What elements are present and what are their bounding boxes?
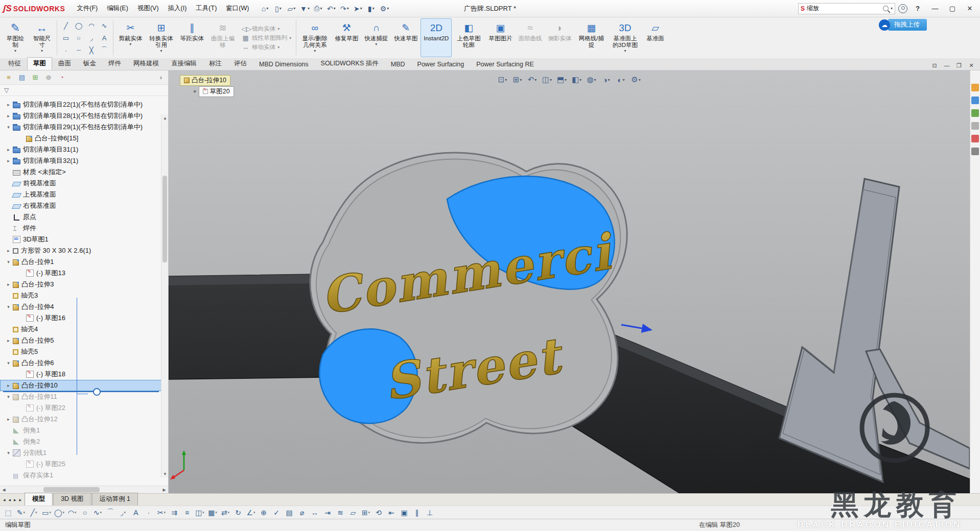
dimension-icon[interactable]: ∠ ▾	[245, 507, 257, 518]
tree-item[interactable]: 凸台-拉伸5	[0, 335, 168, 346]
close-button[interactable]: ✕	[963, 2, 977, 15]
ribbon-button[interactable]: ⊞ 转换实体引用 ▾	[146, 18, 176, 57]
display-manager-tab[interactable]: ◔	[56, 73, 67, 83]
fillet-icon[interactable]: ◞ ▾	[117, 507, 129, 518]
xpress-products-icon[interactable]: ▮ ▾	[365, 3, 377, 15]
scroll-down-icon[interactable]: ▼	[161, 470, 168, 477]
tree-item[interactable]: 凸台-拉伸3	[0, 279, 168, 290]
tree-item[interactable]: (-) 草图25	[0, 458, 168, 470]
panel-collapse-chevron-icon[interactable]: ›	[157, 73, 165, 82]
breadcrumb-feature[interactable]: 凸台-拉伸10	[180, 75, 230, 86]
ribbon-button[interactable]: 2D Instant2D ▾	[421, 18, 452, 57]
rotate-icon[interactable]: ↻ ▾	[232, 507, 244, 518]
spline-icon[interactable]: ∿	[98, 20, 110, 32]
bottom-tab[interactable]: 运动算例 1	[92, 493, 138, 505]
open-icon[interactable]: ▱ ▾	[285, 3, 297, 15]
polygon-icon[interactable]: ○ ▾	[79, 507, 91, 518]
check-icon[interactable]: ✓ ▾	[270, 507, 283, 518]
command-tab[interactable]: 钣金	[77, 57, 102, 70]
taskpane-appearances-icon[interactable]	[971, 135, 979, 142]
ribbon-button[interactable]: ▣ 草图图片 ▾	[485, 18, 515, 57]
breadcrumb-sketch[interactable]: 草图20	[199, 86, 234, 97]
doc-close-icon[interactable]: ✕	[966, 61, 977, 70]
tree-expand-arrow-icon[interactable]	[5, 102, 12, 107]
featuremanager-tree-tab[interactable]: ≡	[3, 73, 14, 83]
tree-expand-arrow-icon[interactable]	[5, 147, 12, 152]
menu-item[interactable]: 插入(I)	[164, 2, 192, 15]
ribbon-button[interactable]: ∥ 等距实体 ▾	[177, 18, 207, 57]
save-icon[interactable]: ▼ ▾	[298, 3, 311, 15]
tree-item[interactable]: 方形管 30 X 30 X 2.6(1)	[0, 245, 168, 256]
line-icon[interactable]: ╱	[60, 20, 72, 32]
relations-icon[interactable]: ⊕ ▾	[258, 507, 270, 518]
plane-icon[interactable]: ▱ ▾	[347, 507, 359, 518]
search-caret-icon[interactable]: ▾	[891, 6, 893, 11]
ribbon-button[interactable]: ▱ 基准面 ▾	[642, 18, 668, 57]
tree-item[interactable]: 切割清单项目28(1)(不包括在切割清单中)	[0, 110, 168, 122]
parallel-icon[interactable]: ∥ ▾	[411, 507, 423, 518]
command-tab[interactable]: 草图	[27, 57, 52, 70]
scroll-left-icon[interactable]: ◀	[0, 488, 8, 492]
mirror-icon[interactable]: ◫ ▾	[194, 507, 206, 518]
loop-icon[interactable]: ⟲ ▾	[372, 507, 385, 518]
sketch-icon[interactable]: ✎ ▾	[15, 507, 27, 518]
tree-item[interactable]: 保存实体1	[0, 470, 168, 481]
view-orientation-icon[interactable]: ⬒ ▾	[555, 74, 569, 86]
taskpane-design-library-icon[interactable]	[971, 96, 979, 104]
search-box[interactable]: S ▾	[798, 3, 895, 14]
tree-expand-arrow-icon[interactable]	[5, 158, 12, 163]
tree-item[interactable]: 焊件	[0, 223, 168, 234]
menu-item[interactable]: 编辑(E)	[102, 2, 133, 15]
tree-item[interactable]: (-) 草图18	[0, 369, 168, 380]
scroll-right-icon[interactable]: ▶	[160, 488, 168, 492]
text-icon[interactable]: A ▾	[130, 507, 142, 518]
arc-icon[interactable]: ◠ ▾	[66, 507, 78, 518]
options-gear-icon[interactable]: ⚙ ▾	[378, 3, 390, 15]
tab-scroll-arrow-icon[interactable]: ◂	[2, 497, 7, 502]
print-icon[interactable]: ⎙ ▾	[312, 3, 324, 15]
command-tab[interactable]: 直接编辑	[165, 57, 203, 70]
point-icon[interactable]: ·	[60, 44, 72, 56]
command-tab[interactable]: Power Surfacing	[411, 59, 471, 70]
tree-item[interactable]: 凸台-拉伸6[15]	[0, 133, 168, 144]
doc-minimize-icon[interactable]: —	[941, 61, 952, 70]
tree-item[interactable]: 抽壳5	[0, 346, 168, 357]
view-settings-icon[interactable]: ⚙ ▾	[629, 74, 643, 86]
tree-expand-arrow-icon[interactable]	[5, 259, 12, 264]
tree-item[interactable]: 切割清单项目31(1)	[0, 144, 168, 155]
point-icon[interactable]: · ▾	[143, 507, 155, 518]
ribbon-button[interactable]: ◧ 上色草图轮廓 ▾	[452, 18, 485, 57]
bottom-tab[interactable]: 模型	[25, 493, 53, 505]
snap-icon[interactable]: ⇥ ▾	[321, 507, 334, 518]
user-account-icon[interactable]	[898, 4, 907, 13]
convert-entities-icon[interactable]: ⇉ ▾	[168, 507, 180, 518]
menu-item[interactable]: 窗口(W)	[221, 2, 253, 15]
tree-item[interactable]: 切割清单项目29(1)(不包括在切割清单中)	[0, 122, 168, 133]
ellipse-icon[interactable]: ○	[73, 32, 85, 44]
redo-icon[interactable]: ↷ ▾	[338, 3, 351, 15]
search-input[interactable]	[807, 5, 883, 12]
ribbon-button[interactable]: ✎ 快速草图 ▾	[391, 18, 421, 57]
apply-scene-icon[interactable]: ◐ ▾	[615, 74, 628, 86]
command-tab[interactable]: 标注	[203, 57, 228, 70]
tab-scroll-arrow-icon[interactable]: ▸	[13, 497, 17, 502]
tree-expand-arrow-icon[interactable]	[5, 304, 12, 309]
maximize-button[interactable]: ▢	[945, 2, 960, 15]
tree-expand-arrow-icon[interactable]	[5, 417, 12, 422]
tree-item[interactable]: (-) 草图22	[0, 402, 168, 414]
ribbon-button[interactable]: ∩ 快速捕捉 ▾	[361, 18, 391, 57]
edit-appearance-icon[interactable]: ◑ ▾	[600, 74, 613, 86]
shaded-contour-icon[interactable]: ▤ ▾	[283, 507, 295, 518]
command-tab[interactable]: MBD Dimensions	[253, 59, 315, 70]
centerline-icon[interactable]: ┄	[73, 44, 85, 56]
command-tab[interactable]: MBD	[385, 59, 411, 70]
tree-expand-arrow-icon[interactable]	[5, 383, 12, 388]
taskpane-view-palette-icon[interactable]	[971, 122, 979, 130]
taskpane-file-explorer-icon[interactable]	[971, 109, 979, 117]
circle-icon[interactable]: ◯	[73, 20, 85, 32]
command-tab[interactable]: Power Surfacing RE	[470, 59, 540, 70]
ribbon-button[interactable]: ▦ 网格线/捕捉 ▾	[574, 18, 608, 57]
doc-restore-icon[interactable]: ❐	[953, 61, 965, 70]
tree-item[interactable]: 前视基准面	[0, 178, 168, 189]
tab-scroll-arrow-icon[interactable]: ◂	[8, 497, 12, 502]
